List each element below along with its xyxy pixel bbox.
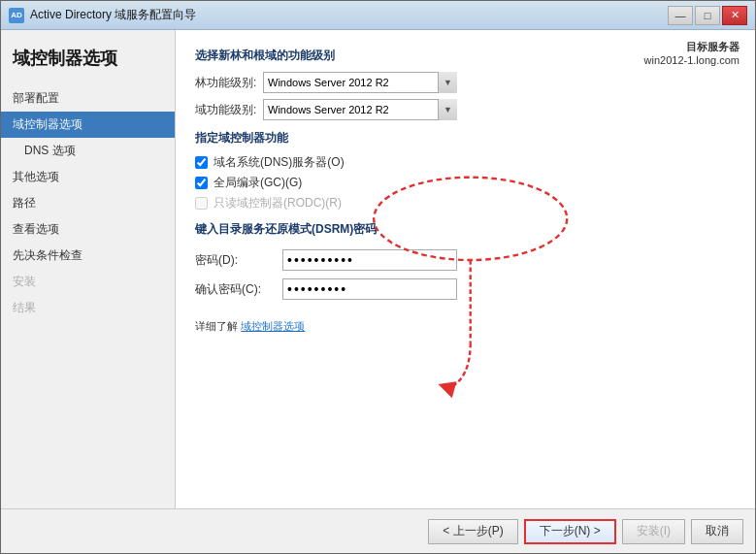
password-label: 密码(D): xyxy=(195,252,282,269)
domain-level-select[interactable]: Windows Server 2012 R2 xyxy=(263,99,457,120)
forest-level-select[interactable]: Windows Server 2012 R2 xyxy=(263,72,457,93)
dc-options-link[interactable]: 域控制器选项 xyxy=(241,320,305,332)
forest-level-row: 林功能级别: Windows Server 2012 R2 ▼ xyxy=(195,72,736,93)
dsrm-title: 键入目录服务还原模式(DSRM)密码 xyxy=(195,221,736,238)
sidebar-item-other-options[interactable]: 其他选项 xyxy=(1,164,175,190)
bottom-bar: < 上一步(P) 下一步(N) > 安装(I) 取消 xyxy=(1,508,755,553)
domain-level-label: 域功能级别: xyxy=(195,102,263,118)
confirm-row: 确认密码(C): xyxy=(195,278,736,300)
page-title-section: 域控制器选项 xyxy=(1,40,175,85)
back-button[interactable]: < 上一步(P) xyxy=(428,519,517,544)
sidebar-item-review[interactable]: 查看选项 xyxy=(1,216,175,243)
forest-level-select-wrapper[interactable]: Windows Server 2012 R2 ▼ xyxy=(263,72,457,93)
password-row: 密码(D): xyxy=(195,249,736,271)
checkbox-section: 域名系统(DNS)服务器(O) 全局编录(GC)(G) 只读域控制器(RODC)… xyxy=(195,154,736,212)
close-button[interactable]: ✕ xyxy=(722,6,747,25)
minimize-button[interactable]: — xyxy=(668,6,693,25)
sidebar-item-paths[interactable]: 路径 xyxy=(1,190,175,216)
next-button[interactable]: 下一步(N) > xyxy=(524,519,616,544)
dc-features-title: 指定域控制器功能 xyxy=(195,130,736,147)
dns-checkbox-row: 域名系统(DNS)服务器(O) xyxy=(195,154,736,171)
page-title: 域控制器选项 xyxy=(13,48,163,70)
confirm-label: 确认密码(C): xyxy=(195,281,282,298)
window-title: Active Directory 域服务配置向导 xyxy=(30,7,196,23)
rodc-label: 只读域控制器(RODC)(R) xyxy=(214,195,342,212)
server-info-value: win2012-1.long.com xyxy=(644,54,740,66)
main-content: 域控制器选项 部署配置域控制器选项DNS 选项其他选项路径查看选项先决条件检查安… xyxy=(1,30,755,508)
app-icon: AD xyxy=(9,8,24,23)
link-section: 详细了解 域控制器选项 xyxy=(195,319,736,334)
sidebar: 域控制器选项 部署配置域控制器选项DNS 选项其他选项路径查看选项先决条件检查安… xyxy=(1,30,176,508)
password-section: 密码(D): 确认密码(C): xyxy=(195,249,736,300)
sidebar-item-result: 结果 xyxy=(1,295,175,321)
server-info-label: 目标服务器 xyxy=(644,40,740,54)
sidebar-item-dns-options[interactable]: DNS 选项 xyxy=(1,138,175,164)
confirm-input[interactable] xyxy=(282,278,457,300)
install-button: 安装(I) xyxy=(622,519,685,544)
password-input[interactable] xyxy=(282,249,457,271)
cancel-button[interactable]: 取消 xyxy=(691,519,743,544)
svg-marker-2 xyxy=(439,381,457,398)
window-controls: — □ ✕ xyxy=(668,6,747,25)
gc-label: 全局编录(GC)(G) xyxy=(214,175,302,191)
main-window: AD Active Directory 域服务配置向导 — □ ✕ 域控制器选项… xyxy=(0,0,756,554)
sidebar-item-prereq[interactable]: 先决条件检查 xyxy=(1,243,175,269)
dns-label: 域名系统(DNS)服务器(O) xyxy=(214,154,345,171)
sidebar-item-install: 安装 xyxy=(1,269,175,295)
title-bar: AD Active Directory 域服务配置向导 — □ ✕ xyxy=(1,1,755,30)
title-bar-left: AD Active Directory 域服务配置向导 xyxy=(9,7,196,23)
gc-checkbox[interactable] xyxy=(195,177,208,189)
sidebar-item-dc-options[interactable]: 域控制器选项 xyxy=(1,112,175,138)
domain-level-select-wrapper[interactable]: Windows Server 2012 R2 ▼ xyxy=(263,99,457,120)
nav-container: 部署配置域控制器选项DNS 选项其他选项路径查看选项先决条件检查安装结果 xyxy=(1,85,175,321)
gc-checkbox-row: 全局编录(GC)(G) xyxy=(195,175,736,191)
domain-level-row: 域功能级别: Windows Server 2012 R2 ▼ xyxy=(195,99,736,120)
rodc-checkbox xyxy=(195,197,208,210)
server-info: 目标服务器 win2012-1.long.com xyxy=(644,40,740,66)
sidebar-item-deployment[interactable]: 部署配置 xyxy=(1,85,175,112)
forest-level-label: 林功能级别: xyxy=(195,75,263,91)
rodc-checkbox-row: 只读域控制器(RODC)(R) xyxy=(195,195,736,212)
content-area: 目标服务器 win2012-1.long.com 选择新林和根域的功能级别 林功… xyxy=(176,30,755,345)
maximize-button[interactable]: □ xyxy=(695,6,720,25)
dns-checkbox[interactable] xyxy=(195,156,208,169)
link-prefix: 详细了解 xyxy=(195,320,238,332)
